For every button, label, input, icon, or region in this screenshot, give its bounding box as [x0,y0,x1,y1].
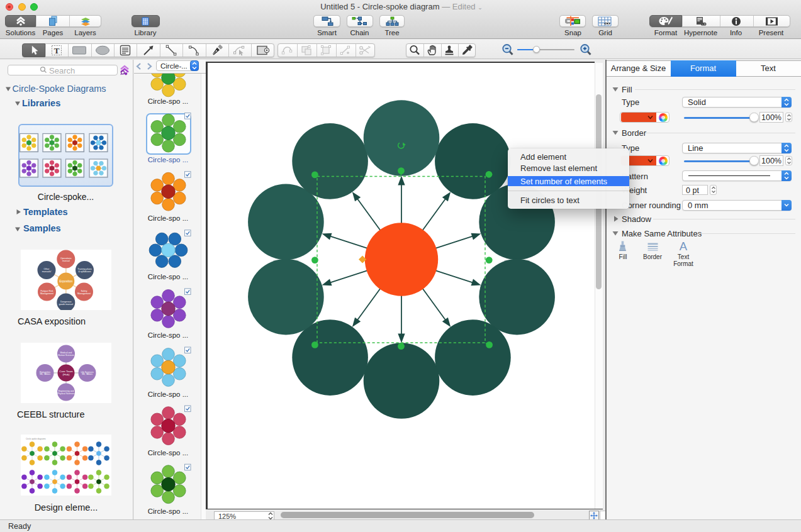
svg-text:(Hub): (Hub) [63,373,70,376]
svg-text:manual: manual [62,260,70,262]
svg-text:Management: Management [40,292,53,295]
svg-text:Management: Management [77,292,91,295]
svg-text:goods manual: goods manual [59,303,74,306]
svg-text:Circle-spoke diagrams: Circle-spoke diagrams [26,438,46,440]
svg-text:SB, TAfees: SB, TAfees [40,373,50,375]
svg-text:SB, TAfees: SB, TAfees [82,373,92,375]
svg-text:& syllabuses: & syllabuses [78,270,91,273]
svg-text:Human Sciences: Human Sciences [58,354,74,357]
svg-text:manuals/: manuals/ [42,270,52,273]
svg-text:Physical Sciences: Physical Sciences [57,392,75,395]
svg-text:Exposition: Exposition [59,280,73,283]
